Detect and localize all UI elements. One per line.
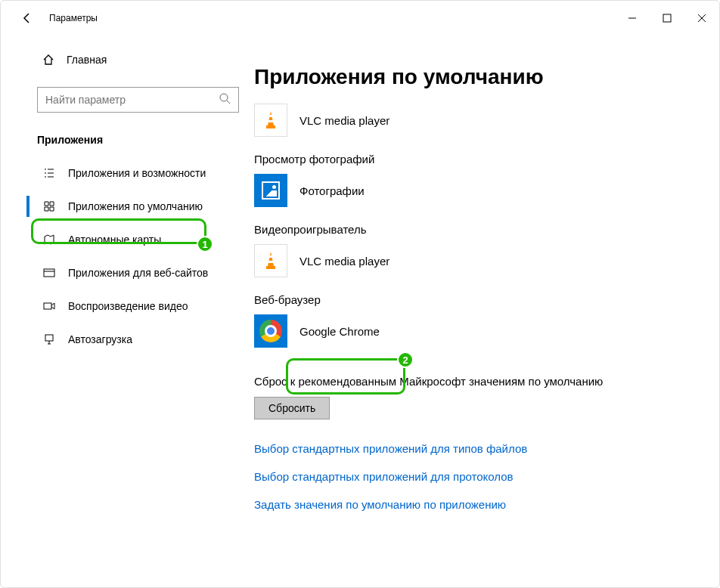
category-label-browser: Веб-браузер [254, 293, 697, 306]
nav-label: Автозагрузка [68, 333, 132, 345]
list-icon [42, 167, 56, 179]
sidebar-item-startup[interactable]: Автозагрузка [1, 323, 254, 356]
nav-label: Автономные карты [68, 234, 161, 246]
titlebar: Параметры [1, 1, 719, 35]
link-protocols[interactable]: Выбор стандартных приложений для протоко… [254, 470, 697, 483]
sidebar-item-default-apps[interactable]: Приложения по умолчанию [1, 190, 254, 223]
search-icon [219, 92, 231, 107]
sidebar-home-label: Главная [67, 54, 107, 66]
reset-button[interactable]: Сбросить [254, 397, 330, 419]
main-content: Приложения по умолчанию VLC media player… [254, 35, 719, 587]
window-controls [615, 6, 719, 30]
app-name: Фотографии [299, 184, 365, 197]
vlc-icon [254, 104, 287, 137]
nav-label: Воспроизведение видео [68, 300, 188, 312]
default-app-tile-browser[interactable]: Google Chrome [254, 314, 697, 348]
default-app-tile[interactable]: Фотографии [254, 173, 697, 208]
sidebar-item-offline-maps[interactable]: Автономные карты [1, 223, 254, 256]
minimize-button[interactable] [615, 6, 650, 30]
map-icon [42, 234, 56, 246]
svg-point-2 [220, 94, 228, 101]
category-label-photos: Просмотр фотографий [254, 153, 697, 166]
search-input[interactable] [45, 94, 219, 106]
home-icon [42, 54, 56, 66]
nav-label: Приложения по умолчанию [68, 200, 203, 212]
svg-rect-6 [45, 335, 53, 341]
svg-rect-1 [663, 14, 671, 22]
sidebar: Главная Приложения Приложения и возможно… [1, 35, 254, 587]
svg-rect-14 [268, 261, 274, 263]
svg-marker-11 [268, 252, 274, 266]
window-title: Параметры [49, 13, 98, 23]
nav-label: Приложения и возможности [68, 167, 206, 179]
reset-section: Сброс к рекомендованным Майкрософт значе… [254, 375, 697, 419]
maximize-button[interactable] [650, 6, 684, 30]
links-section: Выбор стандартных приложений для типов ф… [254, 442, 697, 511]
sidebar-item-web-apps[interactable]: Приложения для веб-сайтов [1, 256, 254, 289]
page-title: Приложения по умолчанию [254, 65, 697, 89]
nav-label: Приложения для веб-сайтов [68, 267, 208, 279]
svg-line-3 [227, 101, 230, 104]
app-name: VLC media player [299, 114, 389, 127]
startup-icon [42, 333, 56, 345]
svg-rect-9 [268, 115, 273, 117]
app-name: Google Chrome [299, 325, 380, 338]
link-by-app[interactable]: Задать значения по умолчанию по приложен… [254, 498, 697, 511]
default-app-tile[interactable]: VLC media player [254, 243, 697, 278]
svg-rect-13 [268, 255, 273, 258]
chrome-icon [254, 314, 287, 348]
photos-icon [254, 174, 287, 207]
svg-rect-8 [266, 125, 275, 128]
websites-icon [42, 267, 56, 279]
default-app-tile[interactable]: VLC media player [254, 103, 697, 138]
svg-rect-5 [44, 303, 51, 309]
annotation-badge-1: 1 [197, 236, 213, 252]
category-label-video: Видеопроигрыватель [254, 223, 697, 236]
vlc-icon [254, 244, 287, 277]
annotation-badge-2: 2 [397, 351, 414, 368]
defaults-icon [42, 200, 56, 212]
sidebar-item-video-playback[interactable]: Воспроизведение видео [1, 289, 254, 323]
sidebar-home[interactable]: Главная [1, 46, 254, 73]
svg-marker-7 [268, 111, 274, 125]
reset-description: Сброс к рекомендованным Майкрософт значе… [254, 375, 697, 388]
svg-rect-4 [44, 269, 54, 277]
back-button[interactable] [16, 7, 39, 29]
link-file-types[interactable]: Выбор стандартных приложений для типов ф… [254, 442, 697, 455]
selection-indicator [26, 196, 29, 217]
close-button[interactable] [684, 6, 719, 30]
search-box[interactable] [37, 87, 239, 113]
svg-rect-10 [268, 120, 274, 122]
svg-rect-12 [266, 266, 275, 269]
sidebar-section-title: Приложения [37, 134, 254, 146]
app-name: VLC media player [299, 255, 389, 268]
video-icon [42, 300, 56, 312]
sidebar-item-apps-features[interactable]: Приложения и возможности [1, 156, 254, 190]
